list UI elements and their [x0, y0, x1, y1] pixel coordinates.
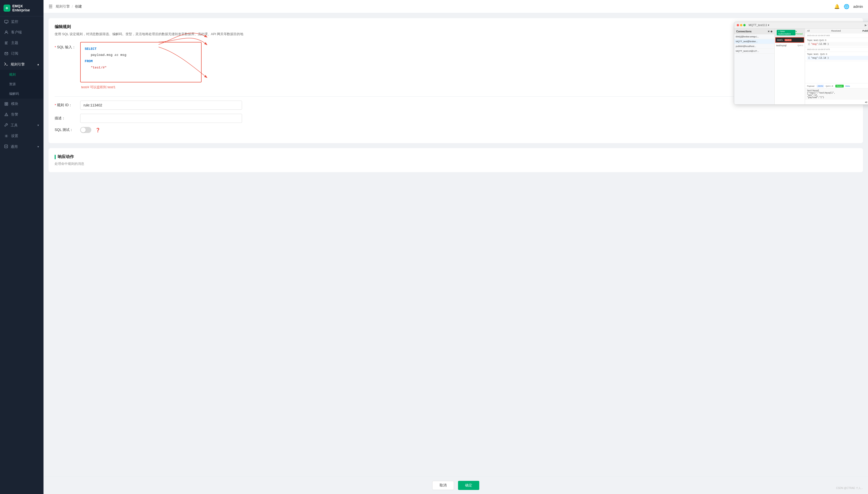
svg-rect-8 [5, 104, 6, 106]
svg-rect-2 [5, 42, 8, 42]
general-icon [4, 144, 8, 149]
demo-prev-btn: ◀ [865, 101, 867, 103]
general-chevron: ▼ [37, 145, 39, 148]
svg-rect-3 [5, 43, 7, 43]
demo-timestamp-1: 2023-03-10 10:09:57:605 [805, 33, 868, 38]
sql-input-row: * SQL 输入： SELECT payload.msg as msg FROM [55, 42, 857, 91]
topics-label: 主题 [11, 41, 18, 45]
demo-subs-header: + New Subscription ● Pinned [775, 28, 805, 37]
svg-rect-4 [5, 44, 7, 44]
msg-tab-published: Published [863, 30, 868, 32]
demo-yellow-dot [740, 24, 742, 26]
svg-point-10 [6, 115, 6, 116]
sql-label: * SQL 输入： [55, 42, 76, 50]
page-content: 编辑规则 使用 SQL 设定规则，对消息数据筛选、编解码、变型，灵活地将处理后的… [43, 13, 868, 477]
desc-input[interactable] [80, 114, 242, 123]
notification-icon[interactable]: 🔔 [834, 4, 840, 10]
sidebar-item-alerts[interactable]: 告警 [0, 109, 43, 120]
toggle-knob [81, 128, 86, 132]
response-action-section: 响应动作 处理命中规则的消息 [49, 148, 863, 172]
sidebar-item-settings[interactable]: 设置 [0, 131, 43, 141]
sidebar-logo: EMQX Enterprise [0, 0, 43, 16]
logo-text: EMQX Enterprise [13, 4, 40, 12]
pinned-label: ● Pinned [795, 30, 803, 35]
demo-msg-2-body: { "msg":13.14 } [807, 56, 868, 60]
response-action-title: 响应动作 [55, 154, 857, 159]
demo-msg-1: Topic: test1 QoS: 0 { "msg":12.99 } [805, 38, 868, 47]
settings-icon [4, 134, 8, 138]
sidebar-item-topics[interactable]: 主题 [0, 38, 43, 48]
demo-conn-1-name: EMQ@broker.emqx.i... [736, 35, 773, 38]
breadcrumb-separator: / [72, 4, 73, 8]
sidebar-sub-item-codec[interactable]: 编解码 [0, 89, 43, 99]
breadcrumb-rules[interactable]: 规则引擎 [56, 4, 70, 9]
sidebar-sub-item-rule-list[interactable]: 规则 [0, 70, 43, 79]
sql-test-toggle[interactable] [80, 127, 91, 133]
sub-test1-topic: test/1 [777, 39, 783, 41]
demo-controls: ▶ ✎ ⊡ [865, 23, 868, 27]
sidebar-item-modules[interactable]: 模块 [0, 99, 43, 109]
svg-rect-6 [5, 102, 6, 104]
qos-label: QoS 1 ▾ [826, 85, 833, 87]
demo-payload-bar: Payload JSON QoS 1 ▾ Retain Meta [805, 83, 868, 88]
demo-red-dot [737, 24, 739, 26]
sql-from-keyword: FROM [85, 59, 93, 63]
hamburger-button[interactable]: ☰ [49, 4, 53, 10]
sidebar-item-tools[interactable]: 工具 ▼ [0, 120, 43, 131]
topics-icon [4, 41, 8, 45]
demo-msg-2-topic: Topic: test1QoS: 0 [807, 53, 868, 55]
retain-btn: Retain [835, 85, 844, 88]
alerts-icon [4, 112, 8, 117]
rule-id-label-wrap: * 规则 ID： [55, 103, 76, 108]
demo-conn-4: MQTT_test110@127... [734, 49, 774, 54]
demo-msg-1-body: { "msg":12.99 } [807, 42, 868, 46]
cancel-button[interactable]: 取消 [432, 481, 454, 490]
topbar-left: ☰ 规则引擎 / 创建 [49, 4, 82, 10]
svg-rect-0 [4, 20, 8, 23]
demo-sub-test1: test/1 QoS:0 [775, 37, 804, 43]
alerts-label: 告警 [11, 112, 18, 117]
help-icon[interactable]: ❓ [95, 128, 100, 132]
demo-conn-2: MQTT_test@broker... [734, 39, 774, 44]
monitor-icon [4, 19, 8, 24]
svg-point-11 [6, 135, 7, 137]
sql-editor[interactable]: SELECT payload.msg as msg FROM "test/#" [80, 42, 202, 82]
rule-id-input[interactable] [80, 101, 242, 110]
sidebar-item-subscriptions[interactable]: 订阅 [0, 48, 43, 59]
demo-msg-2: Topic: test1QoS: 0 { "msg":13.14 } [805, 52, 868, 61]
demo-action-bar: ◀ ▶ [805, 100, 868, 104]
demo-add-icon: ✕ ⊕ [768, 30, 772, 33]
sub-mysql-qos: QoS:1 [797, 44, 803, 47]
demo-connections-panel: Connections ✕ ⊕ EMQ@broker.emqx.i... MQT… [734, 28, 775, 104]
monitor-label: 监控 [11, 19, 18, 24]
sidebar-sub-rules: 规则 资源 编解码 [0, 70, 43, 99]
svg-rect-9 [6, 104, 8, 106]
user-name: admin [853, 4, 863, 8]
clients-label: 客户端 [11, 30, 22, 35]
rule-id-label: 规则 ID： [57, 103, 72, 108]
desc-label: 描述： [55, 116, 76, 120]
globe-icon[interactable]: 🌐 [844, 4, 849, 10]
general-label: 通用 [11, 145, 18, 149]
confirm-button[interactable]: 确定 [458, 481, 479, 490]
demo-window-chrome: MQTT_test111 ▾ ▶ ✎ ⊡ [734, 22, 868, 28]
sidebar-item-monitor[interactable]: 监控 [0, 16, 43, 27]
demo-conn-3: publish@localhost... [734, 44, 774, 49]
subscriptions-label: 订阅 [11, 51, 18, 56]
demo-connections-header: Connections ✕ ⊕ [734, 28, 774, 34]
sidebar-item-clients[interactable]: 客户端 [0, 27, 43, 38]
sub-mysql-topic: test/mysql [776, 44, 787, 47]
sql-test-label: SQL 测试： [55, 128, 76, 132]
msg-tab-received: Received [831, 30, 841, 32]
sidebar-item-general[interactable]: 通用 ▼ [0, 141, 43, 152]
sql-as-keyword: as [115, 53, 119, 57]
demo-testmysql-result: test/mysql {"topic":"test/mysql1", "qos"… [805, 88, 868, 100]
sidebar-group-rules-header[interactable]: 规则引擎 ▲ [0, 59, 43, 70]
tools-chevron: ▼ [37, 124, 39, 127]
demo-conn-3-name: publish@localhost... [736, 45, 773, 48]
sidebar: EMQX Enterprise 监控 客户端 主题 订阅 [0, 0, 43, 494]
sidebar-sub-item-resources[interactable]: 资源 [0, 79, 43, 89]
subscriptions-icon [4, 51, 8, 56]
msg-tab-all: All [807, 30, 810, 32]
demo-body: Connections ✕ ⊕ EMQ@broker.emqx.i... MQT… [734, 28, 868, 104]
